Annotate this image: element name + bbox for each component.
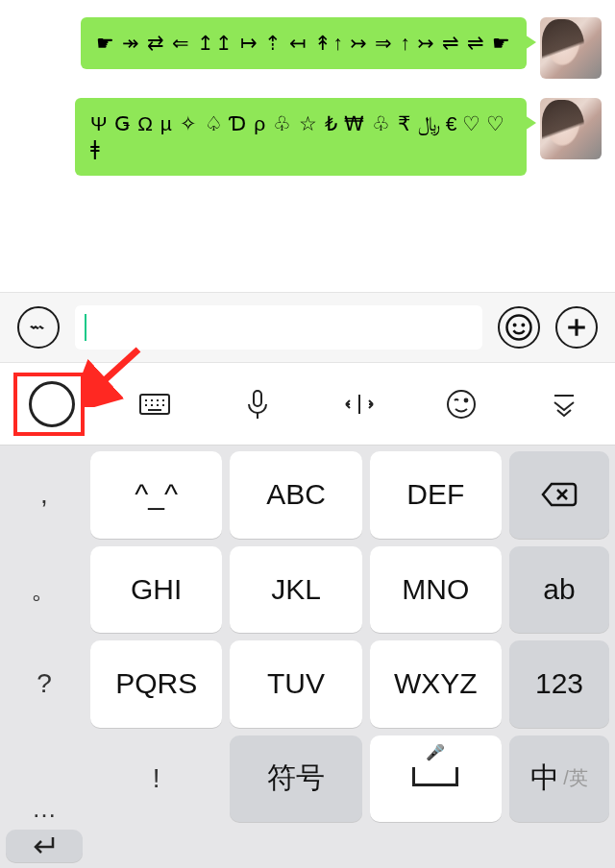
ime-toolbar bbox=[0, 363, 615, 446]
keyboard: , ^_^ ABC DEF 。 GHI JKL MNO ab ? PQRS TU… bbox=[0, 446, 615, 868]
key-numbers[interactable]: 123 bbox=[509, 640, 609, 728]
key-ghi[interactable]: GHI bbox=[90, 546, 222, 634]
lang-main: 中 bbox=[530, 759, 559, 798]
backspace-icon bbox=[540, 480, 578, 509]
tool-keyboard[interactable] bbox=[104, 363, 206, 445]
svg-point-19 bbox=[465, 398, 468, 401]
chat-bubble: Ψ Ǥ Ω µ ✧ ♤ Ɗ ρ ♧ ☆ ₺ ₩ ♧ ₹ ﷼ € ♡ ♡ ǂ bbox=[75, 98, 527, 176]
avatar[interactable] bbox=[540, 98, 602, 159]
space-icon bbox=[412, 767, 458, 786]
chat-bubble: ☛ ↠ ⇄ ⇐ ↥↥ ↦ ⇡ ↤ ↟↑ ↣ ⇒ ↑ ↣ ⇌ ⇌ ☛ bbox=[81, 17, 527, 69]
mic-icon bbox=[238, 385, 277, 423]
side-key-comma[interactable]: , bbox=[6, 451, 83, 539]
key-tuv[interactable]: TUV bbox=[230, 640, 361, 728]
key-jkl[interactable]: JKL bbox=[230, 546, 361, 634]
key-abc[interactable]: ABC bbox=[230, 451, 361, 539]
key-pqrs[interactable]: PQRS bbox=[90, 640, 222, 728]
enter-icon bbox=[28, 830, 61, 862]
svg-point-2 bbox=[523, 325, 525, 326]
message-row: Ψ Ǥ Ω µ ✧ ♤ Ɗ ρ ♧ ☆ ₺ ₩ ♧ ₹ ﷼ € ♡ ♡ ǂ bbox=[13, 98, 602, 176]
key-language[interactable]: 中/英 bbox=[509, 735, 609, 823]
key-backspace[interactable] bbox=[509, 451, 609, 539]
side-key-exclaim[interactable]: ! bbox=[90, 735, 222, 823]
key-def[interactable]: DEF bbox=[370, 451, 502, 539]
key-wxyz[interactable]: WXYZ bbox=[370, 640, 502, 728]
wink-emoji-icon bbox=[442, 385, 480, 423]
tool-cursor[interactable] bbox=[308, 363, 410, 445]
key-mno[interactable]: MNO bbox=[370, 546, 502, 634]
plus-icon[interactable] bbox=[555, 306, 598, 349]
keyboard-icon bbox=[135, 385, 174, 423]
key-symbols[interactable]: 符号 bbox=[230, 735, 361, 823]
chat-input-bar bbox=[0, 292, 615, 363]
key-emoticon[interactable]: ^_^ bbox=[90, 451, 222, 539]
key-enter[interactable] bbox=[6, 830, 83, 862]
lang-sub: /英 bbox=[563, 765, 588, 791]
emoji-icon[interactable] bbox=[498, 306, 540, 349]
chat-area: ☛ ↠ ⇄ ⇐ ↥↥ ↦ ⇡ ↤ ↟↑ ↣ ⇒ ↑ ↣ ⇌ ⇌ ☛ Ψ Ǥ Ω … bbox=[0, 0, 615, 292]
side-key-question[interactable]: ? bbox=[6, 640, 83, 728]
text-caret bbox=[85, 314, 86, 341]
tool-circle[interactable] bbox=[0, 363, 104, 445]
key-shift[interactable]: ab bbox=[509, 546, 609, 634]
tool-dropdown[interactable] bbox=[513, 363, 615, 445]
annotation-highlight bbox=[13, 373, 85, 436]
collapse-icon bbox=[545, 385, 583, 423]
cursor-move-icon bbox=[340, 385, 379, 423]
tool-mic[interactable] bbox=[206, 363, 308, 445]
voice-input-icon[interactable] bbox=[17, 306, 60, 349]
avatar[interactable] bbox=[540, 17, 602, 79]
svg-point-0 bbox=[507, 316, 531, 340]
tool-emoji[interactable] bbox=[410, 363, 512, 445]
svg-point-1 bbox=[514, 325, 516, 326]
message-input[interactable] bbox=[75, 305, 482, 350]
svg-point-18 bbox=[448, 391, 475, 418]
space-mic-icon: 🎤 bbox=[426, 743, 445, 761]
svg-rect-15 bbox=[254, 391, 261, 406]
key-space[interactable]: 🎤 bbox=[370, 735, 502, 823]
side-key-ellipsis[interactable]: … bbox=[32, 794, 57, 824]
side-key-period[interactable]: 。 bbox=[6, 546, 83, 634]
message-row: ☛ ↠ ⇄ ⇐ ↥↥ ↦ ⇡ ↤ ↟↑ ↣ ⇒ ↑ ↣ ⇌ ⇌ ☛ bbox=[13, 17, 602, 79]
